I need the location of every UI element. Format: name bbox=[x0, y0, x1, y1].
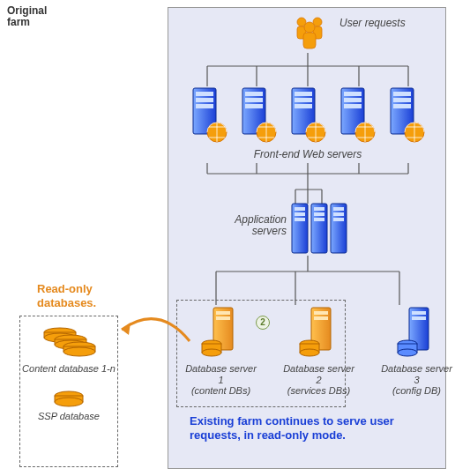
svg-rect-31 bbox=[292, 204, 308, 253]
ssp-db-label: SSP database bbox=[20, 411, 117, 422]
db3-name: Database server 3 bbox=[381, 363, 452, 385]
svg-rect-51 bbox=[314, 316, 328, 320]
svg-rect-56 bbox=[412, 311, 426, 315]
readonly-title: Read-only databases. bbox=[37, 282, 134, 309]
user-requests-label: User requests bbox=[339, 18, 410, 29]
web-servers-label: Front-end Web servers bbox=[190, 148, 426, 160]
app-servers-row bbox=[291, 203, 347, 254]
web-server-icon bbox=[190, 86, 228, 145]
svg-rect-57 bbox=[412, 316, 426, 320]
svg-point-48 bbox=[202, 349, 221, 356]
app-server-icon bbox=[310, 203, 328, 254]
users-icon bbox=[289, 13, 330, 53]
db3-sub: (config DB) bbox=[392, 385, 441, 396]
content-db-stack-icon bbox=[41, 325, 97, 361]
svg-rect-40 bbox=[333, 207, 344, 211]
farm-title: Original farm bbox=[7, 5, 69, 28]
svg-rect-23 bbox=[344, 98, 362, 102]
svg-rect-28 bbox=[393, 98, 411, 102]
db1-name: Database server 1 bbox=[185, 363, 257, 385]
svg-rect-5 bbox=[303, 33, 316, 48]
svg-rect-35 bbox=[311, 204, 327, 253]
svg-rect-45 bbox=[216, 316, 230, 320]
content-db-label: Content database 1-n bbox=[20, 363, 117, 375]
readonly-db-box: Content database 1-n SSP database bbox=[19, 316, 118, 467]
svg-rect-13 bbox=[245, 98, 263, 102]
db1-sub: (content DBs) bbox=[191, 385, 250, 396]
app-server-icon bbox=[330, 203, 347, 254]
db-servers-row: Database server 1(content DBs) Database … bbox=[183, 307, 455, 397]
db2-sub: (services DBs) bbox=[287, 385, 351, 396]
svg-rect-34 bbox=[295, 218, 305, 221]
db-server-orange-icon bbox=[201, 307, 242, 358]
svg-rect-12 bbox=[245, 92, 263, 96]
app-servers-label: Application servers bbox=[212, 214, 287, 237]
svg-rect-41 bbox=[333, 212, 344, 216]
svg-rect-38 bbox=[314, 218, 324, 221]
svg-rect-17 bbox=[295, 92, 312, 96]
db-server-2: Database server 2(services DBs) bbox=[280, 307, 357, 397]
svg-rect-39 bbox=[331, 204, 347, 253]
ssp-db-icon bbox=[53, 390, 85, 408]
svg-rect-19 bbox=[295, 104, 312, 108]
svg-point-69 bbox=[63, 347, 95, 356]
web-servers-row bbox=[190, 86, 426, 145]
db-server-3: Database server 3(config DB) bbox=[378, 307, 455, 397]
svg-point-54 bbox=[300, 349, 319, 356]
farm-caption: Existing farm continues to serve user re… bbox=[190, 414, 436, 443]
svg-rect-22 bbox=[344, 92, 362, 96]
web-server-icon bbox=[239, 86, 278, 145]
svg-point-4 bbox=[304, 22, 315, 33]
svg-rect-8 bbox=[196, 98, 213, 102]
svg-rect-50 bbox=[314, 311, 328, 315]
web-server-icon bbox=[338, 86, 377, 145]
web-server-icon bbox=[387, 86, 426, 145]
web-server-icon bbox=[288, 86, 327, 145]
svg-rect-32 bbox=[295, 207, 305, 211]
svg-rect-37 bbox=[314, 212, 324, 216]
step-badge: 2 bbox=[256, 316, 270, 330]
svg-rect-7 bbox=[196, 92, 213, 96]
app-server-icon bbox=[291, 203, 309, 254]
svg-rect-9 bbox=[196, 104, 213, 108]
svg-point-72 bbox=[55, 398, 83, 406]
db-server-orange-icon bbox=[299, 307, 339, 358]
svg-rect-24 bbox=[344, 104, 362, 108]
db-server-blue-icon bbox=[397, 307, 437, 358]
svg-rect-27 bbox=[393, 92, 411, 96]
svg-rect-29 bbox=[393, 104, 411, 108]
svg-rect-36 bbox=[314, 207, 324, 211]
svg-rect-44 bbox=[216, 311, 230, 315]
svg-rect-42 bbox=[333, 218, 344, 221]
svg-point-60 bbox=[398, 349, 417, 356]
svg-rect-18 bbox=[295, 98, 312, 102]
db2-name: Database server 2 bbox=[283, 363, 354, 385]
svg-rect-33 bbox=[295, 212, 305, 216]
db-server-1: Database server 1(content DBs) bbox=[183, 307, 259, 397]
svg-rect-14 bbox=[245, 104, 263, 108]
